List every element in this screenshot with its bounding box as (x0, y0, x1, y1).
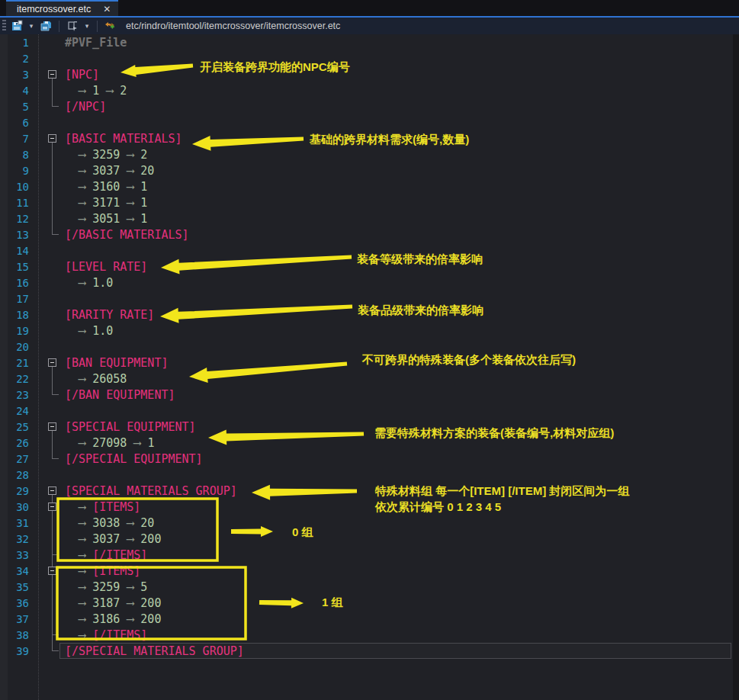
code-line[interactable]: 5[/NPC] (0, 98, 739, 114)
fold-end-tick (52, 106, 59, 107)
tab-close-icon[interactable]: ✕ (103, 5, 111, 14)
code-line[interactable]: 16 ⟶ 1.0 (0, 275, 739, 291)
code-line[interactable]: 29[SPECIAL MATERIALS GROUP] (0, 483, 739, 499)
line-number: 28 (0, 469, 35, 481)
code-line[interactable]: 24 (0, 403, 739, 419)
code-line[interactable]: 2 (0, 50, 739, 66)
fold-gutter (35, 403, 63, 419)
line-number: 27 (0, 453, 35, 465)
fold-line (52, 579, 53, 595)
code-editor[interactable]: 1#PVF_File23[NPC]4 ⟶ 1 ⟶ 25[/NPC]67[BASI… (0, 34, 739, 700)
code-line[interactable]: 13[/BASIC MATERIALS] (0, 226, 739, 242)
code-line[interactable]: 34 ⟶ [ITEMS] (0, 563, 739, 579)
line-number: 24 (0, 405, 35, 417)
code-line[interactable]: 22 ⟶ 26058 (0, 371, 739, 387)
code-line[interactable]: 25[SPECIAL EQUIPMENT] (0, 419, 739, 435)
line-number: 37 (0, 613, 35, 625)
line-number: 23 (0, 389, 35, 401)
code-line[interactable]: 35 ⟶ 3259 ⟶ 5 (0, 579, 739, 595)
code-text: ⟶ [/ITEMS] (63, 548, 147, 562)
code-text: ⟶ 27098 ⟶ 1 (63, 436, 154, 450)
fold-line (52, 595, 53, 611)
sync-add-button[interactable] (104, 19, 117, 33)
fold-gutter (35, 275, 63, 291)
code-text: [BASIC MATERIALS] (63, 132, 182, 146)
code-text: ⟶ 3037 ⟶ 20 (63, 164, 154, 178)
fold-collapse-icon[interactable] (48, 567, 56, 575)
code-line[interactable]: 33 ⟶ [/ITEMS] (0, 547, 739, 563)
fold-collapse-icon[interactable] (48, 422, 56, 431)
line-number: 33 (0, 549, 35, 561)
fold-line (52, 82, 53, 98)
code-line[interactable]: 19 ⟶ 1.0 (0, 323, 739, 339)
fold-end-tick (52, 650, 59, 651)
fold-collapse-icon[interactable] (48, 70, 56, 79)
code-line[interactable]: 15[LEVEL RATE] (0, 258, 739, 275)
code-line[interactable]: 14 (0, 242, 739, 258)
code-line[interactable]: 30 ⟶ [ITEMS] (0, 499, 739, 515)
fold-gutter (35, 355, 63, 371)
code-text: ⟶ 3037 ⟶ 200 (63, 532, 161, 546)
code-line[interactable]: 9 ⟶ 3037 ⟶ 20 (0, 162, 739, 178)
fold-collapse-icon[interactable] (48, 486, 56, 495)
code-text: [/SPECIAL EQUIPMENT] (63, 452, 203, 466)
code-line[interactable]: 4 ⟶ 1 ⟶ 2 (0, 82, 739, 98)
code-line[interactable]: 26 ⟶ 27098 ⟶ 1 (0, 435, 739, 451)
code-line[interactable]: 17 (0, 291, 739, 307)
code-line[interactable]: 32 ⟶ 3037 ⟶ 200 (0, 531, 739, 547)
fold-gutter (35, 371, 63, 387)
code-line[interactable]: 21[BAN EQUIPMENT] (0, 355, 739, 371)
code-line[interactable]: 39[/SPECIAL MATERIALS GROUP] (0, 643, 739, 659)
code-line[interactable]: 27[/SPECIAL EQUIPMENT] (0, 451, 739, 467)
fold-gutter (35, 114, 63, 130)
code-text: [LEVEL RATE] (63, 260, 147, 274)
fold-line (52, 531, 53, 547)
code-line[interactable]: 23[/BAN EQUIPMENT] (0, 387, 739, 403)
code-line[interactable]: 8 ⟶ 3259 ⟶ 2 (0, 146, 739, 162)
code-line[interactable]: 28 (0, 467, 739, 483)
tab-itemcrossover[interactable]: itemcrossover.etc ✕ (6, 0, 118, 16)
toolbar: ▾ ▾ etc/rindro/itemt (0, 18, 739, 34)
line-number: 5 (0, 101, 35, 113)
fold-gutter (35, 563, 63, 579)
line-number: 18 (0, 309, 35, 321)
fold-gutter (35, 50, 63, 66)
code-line[interactable]: 38 ⟶ [/ITEMS] (0, 627, 739, 643)
line-number: 3 (0, 69, 35, 81)
fold-line (52, 162, 53, 178)
code-line[interactable]: 6 (0, 114, 739, 130)
code-line[interactable]: 7[BASIC MATERIALS] (0, 130, 739, 146)
preview-dropdown-chevron[interactable]: ▾ (83, 22, 91, 30)
fold-collapse-icon[interactable] (48, 358, 56, 367)
code-text: ⟶ 3171 ⟶ 1 (63, 196, 147, 210)
tab-bar: itemcrossover.etc ✕ (0, 0, 739, 16)
code-line[interactable]: 31 ⟶ 3038 ⟶ 20 (0, 515, 739, 531)
code-line[interactable]: 10 ⟶ 3160 ⟶ 1 (0, 178, 739, 194)
fold-collapse-icon[interactable] (48, 503, 56, 511)
fold-gutter (35, 258, 63, 275)
save-all-button[interactable] (39, 19, 53, 33)
fold-gutter (35, 547, 63, 563)
vertical-scrollbar[interactable] (733, 34, 739, 700)
toolbar-grip-handle[interactable] (2, 20, 6, 32)
save-button[interactable] (10, 19, 24, 33)
code-line[interactable]: 20 (0, 339, 739, 355)
save-icon (11, 20, 23, 32)
line-number: 17 (0, 293, 35, 305)
code-line[interactable]: 36 ⟶ 3187 ⟶ 200 (0, 595, 739, 611)
code-text: #PVF_File (63, 36, 127, 50)
fold-gutter (35, 82, 63, 98)
code-line[interactable]: 18[RARITY RATE] (0, 307, 739, 323)
fold-collapse-icon[interactable] (48, 134, 56, 143)
fold-line (52, 371, 53, 387)
code-line[interactable]: 12 ⟶ 3051 ⟶ 1 (0, 210, 739, 226)
code-line[interactable]: 37 ⟶ 3186 ⟶ 200 (0, 611, 739, 627)
code-text: [SPECIAL MATERIALS GROUP] (63, 484, 237, 498)
save-dropdown-chevron[interactable]: ▾ (27, 22, 35, 30)
preview-button[interactable] (66, 19, 79, 33)
fold-gutter (35, 627, 63, 643)
code-line[interactable]: 11 ⟶ 3171 ⟶ 1 (0, 194, 739, 210)
code-text: [RARITY RATE] (63, 308, 154, 322)
code-line[interactable]: 3[NPC] (0, 66, 739, 82)
code-line[interactable]: 1#PVF_File (0, 34, 739, 50)
